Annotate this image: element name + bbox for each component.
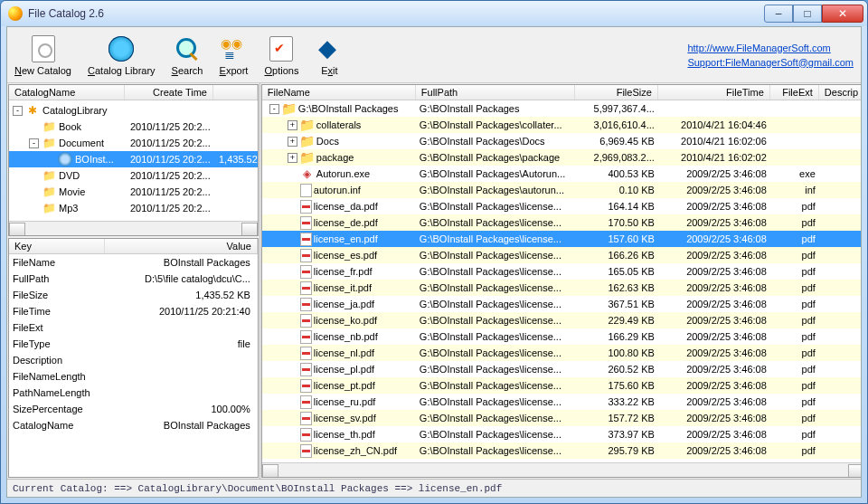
file-name: license_sv.pdf [314, 413, 376, 423]
property-value: BOInstall Packages [105, 420, 258, 431]
folder-icon: 📁 [42, 168, 56, 183]
exit-button[interactable]: Exit [315, 34, 344, 76]
property-row[interactable]: FileSize1,435.52 KB [9, 287, 258, 303]
new-catalog-button[interactable]: New Catalog [14, 34, 71, 76]
export-icon [221, 36, 246, 62]
file-row[interactable]: license_nl.pdfG:\BOInstall Packages\lice… [262, 345, 861, 361]
tree-item-label: DVD [59, 170, 80, 181]
file-row[interactable]: -📁G:\BOInstall PackagesG:\BOInstall Pack… [262, 100, 861, 117]
property-row[interactable]: FileTime2010/11/25 20:21:40 [9, 303, 258, 319]
file-row[interactable]: license_fr.pdfG:\BOInstall Packages\lice… [262, 263, 861, 280]
options-button[interactable]: Options [264, 34, 298, 76]
tree-row[interactable]: 📁Mp32010/11/25 20:2... [9, 200, 258, 216]
property-row[interactable]: FullPathD:\5\file catalog\dcu\C... [9, 271, 258, 287]
file-list[interactable]: -📁G:\BOInstall PackagesG:\BOInstall Pack… [262, 100, 861, 462]
pdf-icon [300, 249, 312, 262]
tree-header-size[interactable] [213, 85, 258, 100]
file-row[interactable]: license_it.pdfG:\BOInstall Packages\lice… [262, 280, 861, 296]
file-row[interactable]: license_es.pdfG:\BOInstall Packages\lice… [262, 247, 861, 263]
property-value: 100.00% [105, 404, 258, 414]
titlebar[interactable]: File Catalog 2.6 – □ ✕ [1, 1, 867, 26]
file-row[interactable]: license_zh_CN.pdfG:\BOInstall Packages\l… [262, 442, 861, 459]
file-row[interactable]: license_th.pdfG:\BOInstall Packages\lice… [262, 426, 861, 442]
tree-row[interactable]: -📁Document2010/11/25 20:2... [9, 135, 258, 151]
property-row[interactable]: FileExt [9, 319, 258, 336]
catalog-tree[interactable]: -✱CatalogLibrary📁Book2010/11/25 20:2...-… [9, 100, 258, 221]
tree-header-time[interactable]: Create Time [125, 85, 213, 100]
fh-filesize[interactable]: FileSize [575, 85, 658, 100]
file-row[interactable]: license_da.pdfG:\BOInstall Packages\lice… [262, 198, 861, 214]
tree-header-name[interactable]: CatalogName [9, 85, 125, 100]
file-row[interactable]: +📁packageG:\BOInstall Packages\package2,… [262, 149, 861, 166]
property-row[interactable]: Description [9, 352, 258, 368]
tree-item-label: Mp3 [59, 203, 78, 214]
file-row[interactable]: license_nb.pdfG:\BOInstall Packages\lice… [262, 328, 861, 345]
property-row[interactable]: CatalogNameBOInstall Packages [9, 417, 258, 433]
property-row[interactable]: FileNameBOInstall Packages [9, 254, 258, 271]
tree-hscrollbar[interactable] [9, 221, 258, 235]
expander-icon[interactable]: - [13, 106, 23, 116]
file-row[interactable]: +📁collateralsG:\BOInstall Packages\colla… [262, 117, 861, 133]
file-row[interactable]: license_pt.pdfG:\BOInstall Packages\lice… [262, 377, 861, 394]
property-key: CatalogName [9, 420, 105, 431]
expander-icon[interactable]: + [288, 137, 297, 147]
pdf-icon [300, 216, 312, 230]
expander-icon[interactable]: - [29, 138, 39, 148]
file-row[interactable]: license_pl.pdfG:\BOInstall Packages\lice… [262, 361, 861, 377]
file-row[interactable]: license_de.pdfG:\BOInstall Packages\lice… [262, 214, 861, 231]
close-button[interactable]: ✕ [822, 5, 863, 23]
file-name: license_fr.pdf [314, 266, 373, 277]
pdf-icon [300, 330, 312, 344]
tree-row[interactable]: 📁Movie2010/11/25 20:2... [9, 184, 258, 200]
links-area: http://www.FileManagerSoft.com Support:F… [687, 43, 854, 68]
file-row[interactable]: license_en.pdfG:\BOInstall Packages\lice… [262, 231, 861, 247]
file-row[interactable]: autorun.infG:\BOInstall Packages\autorun… [262, 182, 861, 198]
file-row[interactable]: license_ru.pdfG:\BOInstall Packages\lice… [262, 394, 861, 410]
options-icon [269, 36, 293, 62]
file-row[interactable]: license_ko.pdfG:\BOInstall Packages\lice… [262, 312, 861, 328]
app-window: File Catalog 2.6 – □ ✕ New Catalog Catal… [0, 0, 868, 504]
property-key: FileName [9, 257, 105, 268]
search-button[interactable]: Search [172, 34, 203, 76]
pdf-icon [300, 281, 312, 295]
homepage-link[interactable]: http://www.FileManagerSoft.com [687, 43, 854, 53]
folder-icon: 📁 [300, 134, 315, 148]
pdf-icon [300, 265, 312, 279]
file-row[interactable]: license_sv.pdfG:\BOInstall Packages\lice… [262, 410, 861, 426]
property-row[interactable]: FileTypefile [9, 336, 258, 352]
tree-row[interactable]: 📁Book2010/11/25 20:2... [9, 119, 258, 135]
file-row[interactable]: +📁DocsG:\BOInstall Packages\Docs6,969.45… [262, 133, 861, 149]
fh-filename[interactable]: FileName [262, 85, 416, 100]
file-name: license_pt.pdf [314, 380, 375, 391]
tree-row[interactable]: 📁DVD2010/11/25 20:2... [9, 167, 258, 184]
tree-row[interactable]: BOInst...2010/11/25 20:2...1,435.52 [9, 151, 258, 167]
fh-fullpath[interactable]: FullPath [416, 85, 575, 100]
support-link[interactable]: Support:FileManagerSoft@gmail.com [687, 57, 854, 68]
properties-list[interactable]: FileNameBOInstall PackagesFullPathD:\5\f… [9, 254, 258, 477]
folder-icon: 📁 [300, 150, 315, 165]
property-row[interactable]: PathNameLength [9, 385, 258, 401]
file-row[interactable]: ◈Autorun.exeG:\BOInstall Packages\Autoru… [262, 166, 861, 182]
file-list-hscrollbar[interactable] [262, 462, 861, 477]
fh-filetime[interactable]: FileTime [658, 85, 770, 100]
property-row[interactable]: SizePercentage100.00% [9, 401, 258, 417]
tree-row[interactable]: -✱CatalogLibrary [9, 102, 258, 119]
fh-fileext[interactable]: FileExt [770, 85, 819, 100]
prop-header-value[interactable]: Value [105, 239, 258, 253]
property-row[interactable]: FileNameLength [9, 368, 258, 385]
catalog-tree-panel: CatalogName Create Time -✱CatalogLibrary… [8, 84, 259, 236]
search-icon [175, 36, 200, 62]
file-row[interactable]: license_ja.pdfG:\BOInstall Packages\lice… [262, 296, 861, 312]
pdf-icon [300, 363, 312, 376]
expander-icon[interactable]: - [269, 104, 279, 114]
fh-descrip[interactable]: Descrip [819, 85, 861, 100]
export-button[interactable]: Export [219, 34, 248, 76]
minimize-button[interactable]: – [764, 5, 793, 23]
exit-icon [316, 36, 342, 62]
expander-icon[interactable]: + [288, 153, 297, 163]
maximize-button[interactable]: □ [793, 5, 822, 23]
prop-header-key[interactable]: Key [9, 239, 105, 253]
file-name: license_nl.pdf [314, 347, 374, 358]
expander-icon[interactable]: + [288, 120, 297, 130]
catalog-library-button[interactable]: Catalog Library [88, 34, 156, 76]
